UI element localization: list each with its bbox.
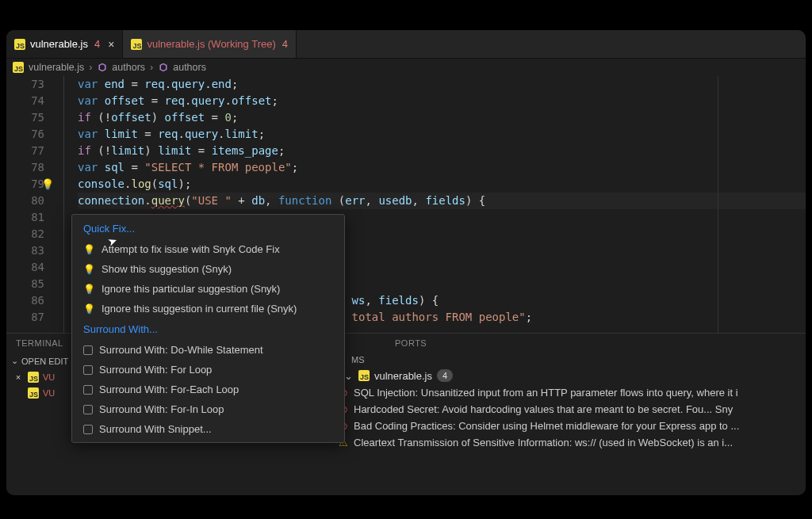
js-icon: JS	[28, 372, 39, 383]
lightbulb-icon: 💡	[83, 284, 95, 295]
breadcrumb[interactable]: JS vulnerable.js › authors › authors	[6, 59, 806, 76]
lightbulb-icon: 💡	[83, 244, 95, 255]
code-line[interactable]: var offset = req.query.offset;	[78, 93, 806, 109]
chevron-right-icon: ›	[89, 62, 92, 73]
quickfix-label: Ignore this particular suggestion (Snyk)	[102, 283, 280, 295]
quickfix-label: Ignore this suggestion in current file (…	[102, 303, 297, 315]
open-editor-label: VU	[43, 372, 55, 382]
code-line[interactable]: var limit = req.query.limit;	[78, 126, 806, 143]
code-line[interactable]: 💡console.log(sql);	[78, 176, 806, 193]
problem-text: SQL Injection: Unsanitized input from an…	[354, 387, 738, 399]
quickfix-item[interactable]: 💡Ignore this particular suggestion (Snyk…	[72, 279, 344, 299]
surround-header: Surround With...	[72, 319, 344, 340]
surround-label: Surround With: For-In Loop	[99, 403, 224, 415]
surround-item[interactable]: Surround With: For Loop	[72, 360, 344, 380]
line-number: 78	[6, 159, 44, 176]
line-number: 83	[6, 242, 44, 259]
open-editor-label: VU	[43, 388, 55, 398]
code-line[interactable]: if (!limit) limit = items_page;	[78, 143, 806, 159]
quickfix-item[interactable]: 💡Show this suggestion (Snyk)	[72, 259, 344, 279]
surround-label: Surround With: For Loop	[99, 364, 212, 376]
snippet-icon	[83, 385, 93, 395]
code-line[interactable]: connection.query("USE " + db, function (…	[78, 193, 806, 209]
surround-item[interactable]: Surround With Snippet...	[72, 419, 344, 439]
tab-badge: 4	[94, 38, 100, 50]
surround-item[interactable]: Surround With: For-In Loop	[72, 399, 344, 419]
line-number: 74	[6, 93, 44, 109]
js-icon: JS	[28, 387, 39, 399]
tab-badge: 4	[282, 38, 288, 50]
js-icon: JS	[131, 39, 142, 50]
surround-item[interactable]: Surround With: Do-While Statement	[72, 340, 344, 360]
breadcrumb-seg: authors	[112, 62, 145, 73]
line-number: 79	[6, 176, 44, 193]
open-editors-header[interactable]: ⌄ OPEN EDIT	[6, 353, 77, 369]
problems-file: vulnerable.js	[374, 370, 432, 382]
line-number: 84	[6, 259, 44, 276]
line-number: 73	[6, 76, 44, 93]
tab-filename: vulnerable.js (Working Tree)	[147, 38, 275, 50]
line-number: 85	[6, 276, 44, 292]
breadcrumb-seg: authors	[173, 62, 206, 73]
close-icon[interactable]: ×	[108, 38, 114, 51]
line-number: 81	[6, 209, 44, 226]
code-line[interactable]: var end = req.query.end;	[78, 76, 806, 93]
line-number: 86	[6, 292, 44, 309]
line-number: 75	[6, 109, 44, 126]
js-icon: JS	[14, 39, 25, 50]
line-number: 87	[6, 309, 44, 326]
open-editors-label: OPEN EDIT	[21, 357, 68, 366]
close-icon[interactable]: ×	[13, 372, 24, 382]
method-icon	[158, 63, 168, 73]
quickfix-item[interactable]: 💡Attempt to fix issue with Snyk Code Fix	[72, 239, 344, 259]
quickfix-header: Quick Fix...	[72, 218, 344, 239]
tab-vulnerable-working-tree[interactable]: JS vulnerable.js (Working Tree) 4	[123, 30, 297, 58]
chevron-right-icon: ›	[150, 62, 153, 73]
problem-text: Cleartext Transmission of Sensitive Info…	[354, 437, 733, 448]
surround-label: Surround With: For-Each Loop	[99, 384, 239, 395]
snippet-icon	[83, 365, 93, 375]
snippet-icon	[83, 425, 93, 434]
line-number: 77	[6, 143, 44, 159]
code-line[interactable]: var sql = "SELECT * FROM people";	[78, 159, 806, 176]
line-number-gutter: 737475767778798081828384858687	[6, 76, 54, 333]
snippet-icon	[83, 405, 93, 414]
tab-filename: vulnerable.js	[30, 38, 88, 50]
line-number: 80	[6, 193, 44, 209]
line-number: 76	[6, 126, 44, 143]
surround-label: Surround With: Do-While Statement	[99, 344, 263, 356]
snippet-icon	[83, 345, 93, 355]
line-number: 82	[6, 226, 44, 242]
surround-item[interactable]: Surround With: For-Each Loop	[72, 380, 344, 399]
problem-text: Hardcoded Secret: Avoid hardcoding value…	[354, 403, 733, 415]
tab-vulnerable-active[interactable]: JS vulnerable.js 4 ×	[6, 30, 123, 58]
lightbulb-icon: 💡	[83, 303, 95, 315]
quick-fix-popup: Quick Fix... 💡Attempt to fix issue with …	[71, 214, 345, 443]
lightbulb-icon: 💡	[83, 264, 95, 275]
quickfix-label: Attempt to fix issue with Snyk Code Fix	[102, 243, 280, 255]
problems-count-badge: 4	[437, 369, 453, 382]
code-line[interactable]: if (!offset) offset = 0;	[78, 109, 806, 126]
surround-label: Surround With Snippet...	[99, 423, 212, 435]
open-editor-item[interactable]: × JS VU	[6, 369, 77, 385]
chevron-down-icon: ⌄	[11, 356, 18, 366]
js-icon: JS	[358, 370, 370, 381]
open-editor-item[interactable]: JS VU	[6, 385, 77, 401]
problem-text: Bad Coding Practices: Consider using Hel…	[354, 420, 739, 432]
panel-tab-ports[interactable]: PORTS	[395, 338, 427, 348]
panel-tab-terminal[interactable]: TERMINAL	[16, 338, 63, 348]
js-icon: JS	[13, 62, 24, 73]
breadcrumb-file: vulnerable.js	[29, 62, 84, 73]
quickfix-item[interactable]: 💡Ignore this suggestion in current file …	[72, 299, 344, 319]
editor-tabs: JS vulnerable.js 4 × JS vulnerable.js (W…	[6, 30, 806, 59]
close-icon	[13, 388, 24, 398]
chevron-down-icon: ⌄	[344, 370, 354, 382]
quickfix-label: Show this suggestion (Snyk)	[102, 263, 232, 275]
method-icon	[97, 63, 107, 73]
